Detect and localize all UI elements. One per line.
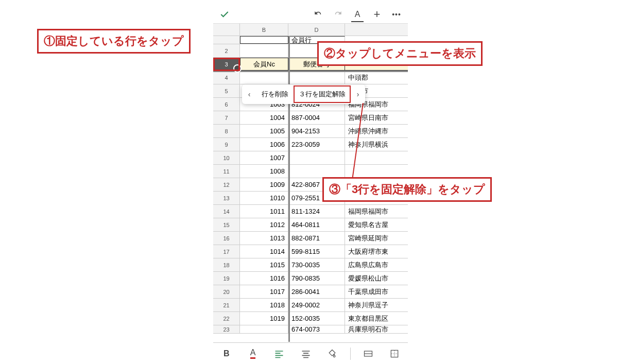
cell[interactable]: 249-0002 xyxy=(288,299,345,311)
cell[interactable]: 904-2153 xyxy=(288,125,345,137)
cell[interactable]: 広島県広島市 xyxy=(345,258,408,271)
bold-button[interactable]: B xyxy=(218,346,235,361)
more-button[interactable]: ••• xyxy=(390,8,403,21)
cell[interactable]: 1019 xyxy=(240,312,288,325)
cell[interactable]: 1013 xyxy=(240,232,288,245)
cell[interactable]: 沖縄県沖縄市 xyxy=(345,125,408,137)
text-color-button[interactable]: A xyxy=(244,346,262,361)
row-header[interactable]: 5 xyxy=(213,84,240,97)
cell[interactable]: 神奈川県横浜 xyxy=(345,138,408,151)
menu-item-unfreeze-3-rows[interactable]: ３行を固定解除 xyxy=(294,85,351,103)
column-header-D[interactable]: D xyxy=(288,24,345,36)
undo-button[interactable] xyxy=(312,8,324,21)
table-row: 171014599-8115大阪府堺市東 xyxy=(213,245,408,258)
table-row: 161013882-0871宮崎県延岡市 xyxy=(213,232,408,245)
cell[interactable]: 464-0811 xyxy=(288,218,345,231)
align-left-button[interactable] xyxy=(270,346,288,361)
align-center-button[interactable] xyxy=(297,346,315,361)
cell[interactable]: 1011 xyxy=(240,205,288,218)
row-header[interactable]: 8 xyxy=(213,125,240,137)
row-header[interactable] xyxy=(213,36,240,44)
row-header[interactable]: 16 xyxy=(213,232,240,245)
cell[interactable]: 730-0035 xyxy=(288,258,345,271)
select-all-corner[interactable] xyxy=(213,24,240,36)
row-header[interactable]: 4 xyxy=(213,71,240,84)
cell-header-B[interactable]: 会員Nc xyxy=(240,58,288,71)
cell[interactable] xyxy=(240,325,288,333)
row-header[interactable]: 7 xyxy=(213,111,240,124)
row-header[interactable]: 2 xyxy=(213,44,240,57)
cell[interactable]: 神奈川県逗子 xyxy=(345,299,408,311)
cell[interactable]: 887-0004 xyxy=(288,111,345,124)
cell[interactable]: 1017 xyxy=(240,285,288,298)
cell[interactable] xyxy=(240,71,288,84)
cell[interactable]: 223-0059 xyxy=(288,138,345,151)
cell[interactable]: 1007 xyxy=(240,151,288,164)
merge-cells-button[interactable] xyxy=(359,346,377,361)
cell[interactable]: 1018 xyxy=(240,299,288,311)
toolbar-divider xyxy=(350,348,351,360)
cell[interactable] xyxy=(240,44,288,57)
menu-item-delete-row[interactable]: 行を削除 xyxy=(256,90,294,99)
cell[interactable]: 宮崎県日南市 xyxy=(345,111,408,124)
cell[interactable]: 152-0035 xyxy=(288,312,345,325)
menu-next-button[interactable]: › xyxy=(351,90,365,98)
cell[interactable]: 882-0871 xyxy=(288,232,345,245)
row-header[interactable]: 14 xyxy=(213,205,240,218)
cell[interactable]: 811-1324 xyxy=(288,205,345,218)
cell[interactable]: 1010 xyxy=(240,192,288,204)
cell[interactable]: 286-0041 xyxy=(288,285,345,298)
cell[interactable]: 599-8115 xyxy=(288,245,345,258)
borders-button[interactable] xyxy=(386,346,403,361)
cell[interactable] xyxy=(240,36,288,44)
cell[interactable]: 千葉県成田市 xyxy=(345,285,408,298)
cell[interactable]: 1016 xyxy=(240,272,288,285)
row-header[interactable]: 17 xyxy=(213,245,240,258)
cell[interactable]: 1015 xyxy=(240,258,288,271)
confirm-button[interactable] xyxy=(218,8,231,21)
cell[interactable]: 愛媛県松山市 xyxy=(345,272,408,285)
cell[interactable]: 福岡県福岡市 xyxy=(345,205,408,218)
format-toolbar: B A xyxy=(213,342,408,364)
row-header[interactable]: 11 xyxy=(213,165,240,178)
cell[interactable] xyxy=(288,165,345,178)
row-header[interactable]: 20 xyxy=(213,285,240,298)
redo-button[interactable] xyxy=(332,8,344,21)
row-header-selected[interactable]: 3 xyxy=(213,58,240,71)
cell[interactable]: 1009 xyxy=(240,178,288,191)
cell[interactable]: 1012 xyxy=(240,218,288,231)
cell[interactable]: 大阪府堺市東 xyxy=(345,245,408,258)
cell[interactable]: 愛知県名古屋 xyxy=(345,218,408,231)
cell[interactable]: 中頭郡 xyxy=(345,71,408,84)
cell[interactable] xyxy=(288,151,345,164)
cell[interactable]: 1004 xyxy=(240,111,288,124)
cell[interactable]: 1006 xyxy=(240,138,288,151)
column-header-B[interactable]: B xyxy=(240,24,288,36)
row-header[interactable]: 9 xyxy=(213,138,240,151)
insert-button[interactable]: + xyxy=(371,8,383,21)
row-header[interactable]: 15 xyxy=(213,218,240,231)
cell[interactable]: 790-0835 xyxy=(288,272,345,285)
fill-color-button[interactable] xyxy=(323,346,341,361)
row-header[interactable]: 6 xyxy=(213,98,240,111)
row-header[interactable]: 18 xyxy=(213,258,240,271)
cell[interactable]: 674-0073 xyxy=(288,325,345,333)
font-format-button[interactable]: A xyxy=(351,8,364,21)
row-header[interactable]: 12 xyxy=(213,178,240,191)
cell[interactable]: 兵庫県明石市 xyxy=(345,325,408,333)
cell[interactable]: 1005 xyxy=(240,125,288,137)
row-header[interactable]: 19 xyxy=(213,272,240,285)
cell[interactable]: 東京都目黒区 xyxy=(345,312,408,325)
cell[interactable]: 宮崎県延岡市 xyxy=(345,232,408,245)
row-header[interactable]: 23 xyxy=(213,325,240,333)
cell[interactable] xyxy=(288,71,345,84)
menu-prev-button[interactable]: ‹ xyxy=(242,90,256,98)
table-row: 141011811-1324福岡県福岡市 xyxy=(213,205,408,218)
row-header[interactable]: 22 xyxy=(213,312,240,325)
cell[interactable]: 1008 xyxy=(240,165,288,178)
row-header[interactable]: 10 xyxy=(213,151,240,164)
cell[interactable]: 1014 xyxy=(240,245,288,258)
column-header-E[interactable] xyxy=(345,24,408,36)
row-header[interactable]: 21 xyxy=(213,299,240,311)
row-header[interactable]: 13 xyxy=(213,192,240,204)
